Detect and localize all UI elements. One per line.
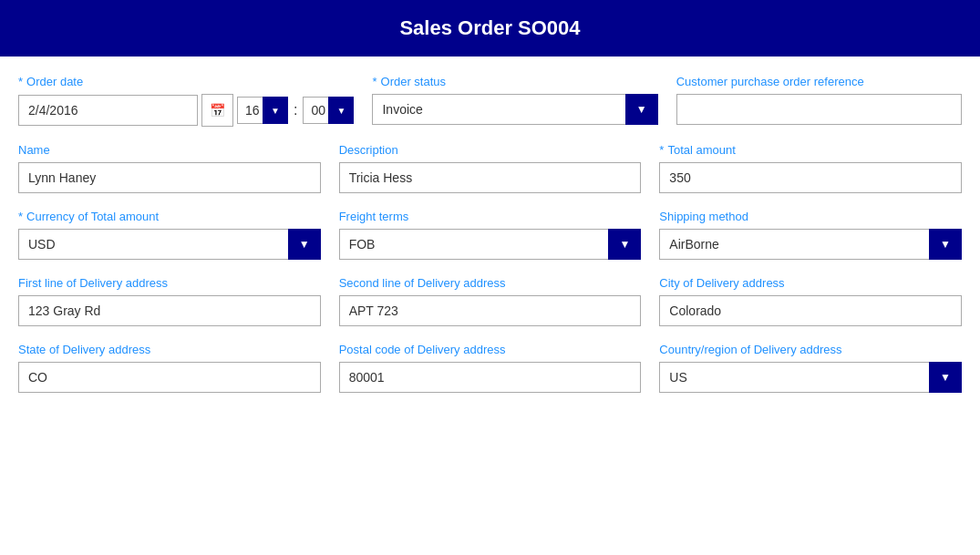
delivery-line2-input[interactable] (339, 295, 642, 326)
total-amount-group: * Total amount (659, 143, 962, 193)
delivery-postal-input[interactable] (339, 362, 642, 393)
form-container: * Order date 📅 16 : 00 (0, 57, 980, 418)
freight-terms-group: Freight terms FOB CIF EXW (339, 210, 642, 260)
customer-po-ref-group: Customer purchase order reference (676, 75, 962, 127)
order-status-label-row: * Order status (372, 75, 657, 88)
hour-select-wrapper: 16 (237, 97, 288, 124)
calendar-button[interactable]: 📅 (201, 94, 233, 127)
name-label: Name (18, 143, 321, 157)
total-amount-label: Total amount (667, 143, 735, 157)
order-date-row: 📅 16 : 00 (18, 94, 354, 127)
delivery-line2-group: Second line of Delivery address (339, 276, 642, 326)
delivery-state-group: State of Delivery address (18, 343, 321, 393)
delivery-postal-group: Postal code of Delivery address (339, 343, 642, 393)
name-input[interactable] (18, 162, 321, 193)
form-row-4: First line of Delivery address Second li… (18, 276, 962, 326)
description-group: Description (339, 143, 642, 193)
time-colon: : (292, 102, 299, 118)
currency-label: Currency of Total amount (26, 210, 159, 223)
form-row-5: State of Delivery address Postal code of… (18, 343, 962, 393)
total-amount-label-row: * Total amount (659, 143, 962, 157)
name-group: Name (18, 143, 321, 193)
total-amount-input[interactable] (659, 162, 962, 193)
delivery-country-label: Country/region of Delivery address (659, 343, 962, 356)
customer-po-ref-input[interactable] (676, 94, 962, 125)
delivery-city-label: City of Delivery address (659, 276, 962, 290)
form-row-2: Name Description * Total amount (18, 143, 962, 193)
delivery-postal-label: Postal code of Delivery address (339, 343, 642, 356)
delivery-country-select[interactable]: US CA GB AU (659, 362, 962, 393)
order-date-label-row: * Order date (18, 75, 354, 88)
order-date-group: * Order date 📅 16 : 00 (18, 75, 354, 127)
delivery-country-group: Country/region of Delivery address US CA… (659, 343, 962, 393)
currency-group: * Currency of Total amount USD EUR GBP (18, 210, 321, 260)
header: Sales Order SO004 (0, 0, 980, 57)
shipping-method-label: Shipping method (659, 210, 962, 223)
order-status-select[interactable]: Invoice Draft Confirmed (372, 94, 657, 125)
delivery-country-select-wrapper: US CA GB AU (659, 362, 962, 393)
freight-terms-label: Freight terms (339, 210, 642, 223)
delivery-city-input[interactable] (659, 295, 962, 326)
shipping-method-select-wrapper: AirBorne Ground Express (659, 229, 962, 260)
currency-label-row: * Currency of Total amount (18, 210, 321, 223)
order-date-star: * (18, 75, 23, 88)
form-row-3: * Currency of Total amount USD EUR GBP F… (18, 210, 962, 260)
total-amount-star: * (659, 143, 664, 157)
order-status-group: * Order status Invoice Draft Confirmed (372, 75, 657, 127)
delivery-state-input[interactable] (18, 362, 321, 393)
order-date-label: Order date (26, 75, 83, 88)
shipping-method-group: Shipping method AirBorne Ground Express (659, 210, 962, 260)
hour-select[interactable]: 16 (237, 97, 288, 124)
minute-select-wrapper: 00 (303, 97, 354, 124)
freight-terms-select[interactable]: FOB CIF EXW (339, 229, 642, 260)
delivery-line2-label: Second line of Delivery address (339, 276, 642, 290)
order-status-label: Order status (381, 75, 447, 88)
description-input[interactable] (339, 162, 642, 193)
order-status-select-wrapper: Invoice Draft Confirmed (372, 94, 657, 125)
order-date-input[interactable] (18, 95, 198, 126)
currency-star: * (18, 210, 23, 223)
minute-select[interactable]: 00 (303, 97, 354, 124)
delivery-state-label: State of Delivery address (18, 343, 321, 356)
delivery-line1-group: First line of Delivery address (18, 276, 321, 326)
currency-select[interactable]: USD EUR GBP (18, 229, 321, 260)
shipping-method-select[interactable]: AirBorne Ground Express (659, 229, 962, 260)
delivery-line1-input[interactable] (18, 295, 321, 326)
page-title: Sales Order SO004 (0, 0, 980, 57)
currency-select-wrapper: USD EUR GBP (18, 229, 321, 260)
description-label: Description (339, 143, 642, 157)
delivery-line1-label: First line of Delivery address (18, 276, 321, 290)
form-row-1: * Order date 📅 16 : 00 (18, 75, 962, 127)
freight-terms-select-wrapper: FOB CIF EXW (339, 229, 642, 260)
customer-po-ref-label: Customer purchase order reference (676, 75, 962, 88)
delivery-city-group: City of Delivery address (659, 276, 962, 326)
order-status-star: * (372, 75, 377, 88)
calendar-icon: 📅 (210, 103, 225, 118)
